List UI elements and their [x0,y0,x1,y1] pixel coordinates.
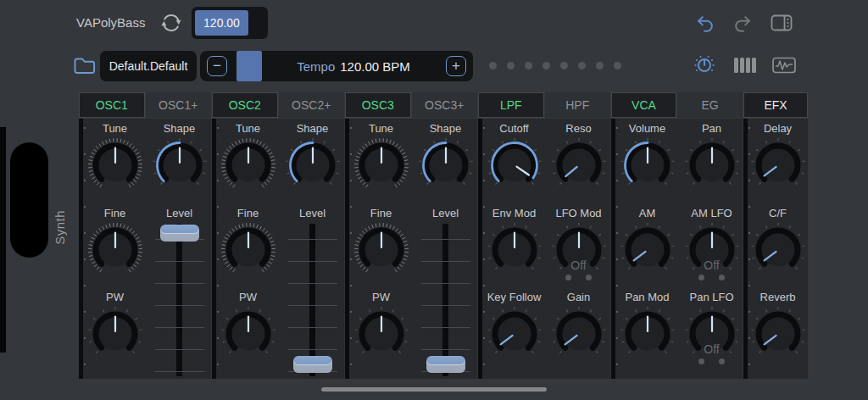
knob-reso[interactable]: Reso [547,122,610,208]
tempo-slider-handle[interactable] [236,51,262,81]
knob-shape[interactable]: Shape [281,122,344,208]
option-dots[interactable] [547,275,610,281]
undo-button[interactable] [693,13,717,35]
home-indicator[interactable] [321,387,547,392]
tab-osc1[interactable]: OSC1 [79,92,145,118]
slider-track[interactable] [147,224,211,376]
option-dots[interactable] [680,358,743,364]
option-dot[interactable] [719,275,725,281]
tempo-minus-button[interactable]: − [207,56,227,76]
page-dot[interactable] [525,62,532,69]
page-dot[interactable] [614,62,621,69]
page-dot[interactable] [560,62,568,69]
slider-track[interactable] [414,224,477,376]
knob-pw[interactable]: PW [349,291,413,377]
knob-view-button[interactable] [692,53,717,77]
page-dot[interactable] [489,62,497,69]
page-indicator[interactable] [489,62,621,69]
knob-am-lfo[interactable]: AM LFOOff [680,207,743,293]
page-dot[interactable] [507,62,515,69]
slider-gridline [155,283,204,284]
tab-osc2[interactable]: OSC2+ [279,92,345,118]
off-value-label[interactable]: Off [680,342,743,356]
off-value-label[interactable]: Off [680,258,743,272]
slider-track[interactable] [281,224,344,376]
tempo-control[interactable]: − Tempo 120.00 BPM + [200,51,473,81]
knob-fine[interactable]: Fine [349,207,413,293]
tab-efx[interactable]: EFX [743,92,808,118]
knob-label: Cutoff [482,122,546,136]
knob-lfo-mod[interactable]: LFO ModOff [547,207,610,293]
knob-glyph [416,136,476,195]
slider-rail [442,224,448,376]
bpm-value-field[interactable]: 120.00 [195,10,248,36]
cycle-arrows-icon[interactable] [159,11,183,35]
knob-tune[interactable]: Tune [216,122,280,208]
drawer-handle[interactable] [10,142,48,258]
tab-osc3[interactable]: OSC3 [345,92,411,118]
slider-level[interactable]: Level [147,207,211,376]
knob-gain[interactable]: Gain [547,291,610,377]
knob-am[interactable]: AM [615,207,679,293]
knob-shape[interactable]: Shape [147,122,211,208]
bpm-display-box[interactable]: 120.00 [192,7,268,39]
knob-tune[interactable]: Tune [349,122,413,208]
option-dot[interactable] [565,275,571,281]
knob-reverb[interactable]: Reverb [748,291,808,377]
layout-panel-button[interactable] [768,11,795,35]
tab-osc3[interactable]: OSC3+ [412,92,478,118]
knob-fine[interactable]: Fine [83,207,147,293]
oscilloscope-view-button[interactable] [770,53,798,77]
tabstrip-efx: EFX [743,92,809,118]
page-dot[interactable] [596,62,604,69]
tab-vca[interactable]: VCA [611,92,676,118]
knob-cutoff[interactable]: Cutoff [482,122,546,208]
knob-delay[interactable]: Delay [748,122,808,208]
option-dots[interactable] [680,275,743,281]
knob-fine[interactable]: Fine [216,207,280,293]
option-dot[interactable] [719,358,725,364]
knob-pw[interactable]: PW [216,291,280,377]
tabstrip-osc1: OSC1OSC1+ [79,92,212,118]
slider-gridline [288,305,337,306]
slider-handle[interactable] [293,356,332,373]
option-dot[interactable] [698,358,704,364]
option-dot[interactable] [698,275,704,281]
knob-c-f[interactable]: C/F [748,207,808,293]
slider-handle[interactable] [160,225,199,242]
knob-pan[interactable]: Pan [680,122,743,208]
tab-osc1[interactable]: OSC1+ [146,92,212,118]
slider-handle[interactable] [426,356,465,373]
option-dot[interactable] [586,275,592,281]
knob-pw[interactable]: PW [83,291,147,377]
knob-label: Reverb [748,291,808,304]
knob-env-mod[interactable]: Env Mod [482,207,546,293]
tempo-label: Tempo [297,59,335,74]
slider-level[interactable]: Level [281,207,344,376]
knob-pan-lfo[interactable]: Pan LFOOff [680,291,743,377]
slider-level[interactable]: Level [414,207,477,376]
keyboard-view-button[interactable] [731,53,760,77]
off-value-label[interactable]: Off [547,258,610,272]
knob-volume[interactable]: Volume [615,122,679,208]
tab-osc2[interactable]: OSC2 [212,92,278,118]
page-dot[interactable] [578,62,586,69]
knob-tune[interactable]: Tune [83,122,147,208]
knob-key-follow[interactable]: Key Follow [482,291,546,377]
knob-label: Reso [547,122,610,136]
page-dot[interactable] [542,62,550,69]
column-body-osc3: TuneShapeFineLevelPW [345,119,478,379]
knob-label: Key Follow [482,291,546,304]
knob-shape[interactable]: Shape [414,122,477,208]
tab-hpf[interactable]: HPF [545,92,611,118]
tab-eg[interactable]: EG [677,92,743,118]
redo-arrow-icon [732,14,753,34]
tab-lpf[interactable]: LPF [478,92,544,118]
folder-button[interactable] [72,53,96,77]
knob-pan-mod[interactable]: Pan Mod [615,291,679,377]
redo-button[interactable] [731,13,754,35]
tempo-plus-button[interactable]: + [446,56,466,76]
preset-selector[interactable]: Default.Default [100,51,197,81]
knob-label: Fine [349,207,413,220]
knob-label: Volume [615,122,679,136]
